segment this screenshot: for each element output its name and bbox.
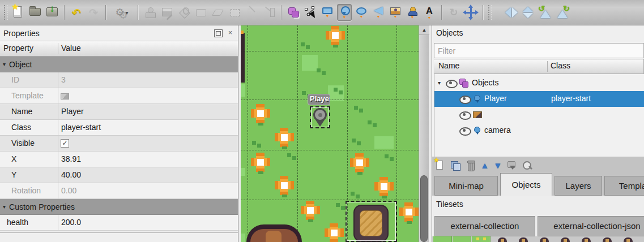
tileset-tile (453, 236, 471, 242)
tileset-tile (433, 236, 452, 242)
objects-tree-header: Name Class (434, 59, 644, 74)
tab-mini-map[interactable]: Mini-map (434, 176, 498, 196)
property-row-template[interactable]: Template (0, 88, 238, 104)
toolbar-separator (281, 5, 282, 20)
tree-row-objects-layer[interactable]: ▾ Objects (434, 75, 644, 91)
move-to-layer-button[interactable] (506, 160, 518, 171)
tab-objects[interactable]: Objects (500, 173, 552, 196)
grass-tuft-sprite (334, 88, 343, 95)
group-custom-properties[interactable]: ▾ Custom Properties (0, 199, 238, 215)
undo-button[interactable]: ↶ (69, 4, 84, 21)
column-divider[interactable] (58, 43, 58, 54)
tree-row-tile-object[interactable] (434, 107, 644, 123)
visibility-eye-icon[interactable] (459, 127, 470, 134)
rotate-right-button[interactable]: ↻ (555, 4, 570, 21)
move-tool[interactable] (463, 4, 478, 21)
property-row-health[interactable]: health 200.0 (0, 215, 238, 231)
close-panel-button[interactable]: × (226, 29, 234, 37)
visibility-eye-icon[interactable] (459, 111, 470, 118)
edit-polygons-tool[interactable] (303, 4, 318, 21)
grass-patch-sprite (374, 136, 394, 149)
float-panel-button[interactable] (214, 29, 223, 37)
map-edge-tile (241, 168, 245, 176)
property-row-rotation[interactable]: Rotation 0.00 (0, 183, 238, 199)
tree-row-camera[interactable]: camera (434, 123, 644, 139)
tileset-tiles-strip[interactable] (432, 236, 644, 242)
scroll-up-button[interactable]: ▲ (419, 25, 429, 35)
dock-tabbar: Mini-map Objects Layers Templates (432, 173, 644, 196)
commands-button[interactable]: ⚙▾ (110, 4, 133, 21)
eraser-tool[interactable] (211, 4, 225, 21)
visible-checkbox[interactable]: ✓ (61, 139, 69, 148)
visibility-eye-icon[interactable] (459, 96, 470, 102)
visibility-eye-icon[interactable] (446, 80, 456, 87)
view-object-button[interactable] (522, 160, 533, 171)
open-file-button[interactable] (28, 4, 42, 21)
magic-wand-tool[interactable] (245, 4, 259, 21)
tileset-sprite (498, 237, 507, 242)
insert-text-tool[interactable]: A▼ (422, 4, 437, 21)
insert-ellipse-tool[interactable]: ▼ (354, 4, 369, 21)
redo-button[interactable]: ↷ (86, 4, 101, 21)
tab-layers[interactable]: Layers (555, 176, 602, 196)
add-object-button[interactable]: ★ (434, 160, 446, 171)
flip-horizontal-button[interactable] (504, 4, 519, 21)
tileset-sprite (603, 237, 612, 242)
insert-template-tool[interactable]: ▼ (405, 4, 420, 21)
toolbar-grip[interactable] (4, 5, 8, 20)
property-row-name[interactable]: Name Player (0, 104, 238, 120)
rotate-left-button[interactable]: ↺ (538, 4, 553, 21)
raise-object-button[interactable]: ▲ (480, 160, 489, 171)
grass-tuft-sprite (368, 120, 377, 128)
selection-rect-tile-object (346, 201, 397, 242)
group-object-label: Object (9, 60, 32, 69)
select-same-tile-tool[interactable] (262, 4, 276, 21)
rect-select-tool[interactable] (228, 4, 242, 21)
tab-templates[interactable]: Templates (604, 176, 644, 196)
property-row-class[interactable]: Class player-start (0, 120, 238, 136)
stamp-brush-tool[interactable] (143, 4, 157, 21)
grass-tuft-sprite (287, 153, 296, 161)
toolbar-grip[interactable] (488, 5, 492, 20)
select-objects-tool[interactable] (286, 4, 301, 21)
insert-polygon-tool[interactable]: ▼ (371, 4, 386, 21)
flower-sprite (323, 222, 346, 242)
player-point-object[interactable] (313, 108, 327, 127)
duplicate-object-button[interactable] (450, 160, 461, 171)
scrollbar-thumb[interactable] (420, 175, 428, 242)
mushroom-sprite (246, 224, 302, 242)
insert-point-tool-active[interactable]: ▼ (337, 4, 352, 21)
map-vertical-scrollbar[interactable]: ▲ (419, 25, 429, 242)
new-map-button[interactable]: ★ (11, 4, 25, 21)
tileset-tab-external-collection[interactable]: external-collection (434, 216, 535, 236)
group-object[interactable]: ▾ Object (0, 57, 238, 72)
objects-toolbar: ★ ▲ ▼ (434, 159, 533, 172)
map-canvas[interactable]: Player (241, 25, 419, 242)
grid-line (241, 51, 419, 51)
property-row-visible[interactable]: Visible ✓ (0, 136, 238, 152)
toolbar-separator (105, 5, 106, 20)
insert-tile-tool[interactable]: ▼ (388, 4, 403, 21)
chevron-down-icon: ▾ (126, 10, 129, 16)
bucket-fill-tool[interactable] (177, 4, 191, 21)
tileset-tab-external-collection-json[interactable]: external-collection-json (538, 216, 644, 236)
toolbar-separator (138, 5, 138, 20)
rotate-tool[interactable]: ↻ (446, 4, 461, 21)
tree-row-player-selected[interactable]: Player player-start (434, 91, 644, 107)
property-row-y[interactable]: Y 40.00 (0, 167, 238, 183)
toolbar-separator (483, 5, 483, 20)
property-row-id[interactable]: ID 3 (0, 72, 238, 88)
insert-rectangle-tool[interactable]: ▼ (320, 4, 335, 21)
property-row-x[interactable]: X 38.91 (0, 152, 238, 167)
flip-vertical-button[interactable] (521, 4, 536, 21)
objects-filter-input[interactable] (434, 43, 644, 58)
column-divider[interactable] (547, 61, 548, 72)
save-arrow-icon: ↓ (45, 3, 59, 15)
lower-object-button[interactable]: ▼ (493, 160, 502, 171)
shape-fill-tool[interactable] (194, 4, 208, 21)
save-button[interactable]: ↓ (45, 4, 59, 21)
marquee-icon (229, 7, 241, 18)
remove-object-button[interactable] (465, 160, 476, 171)
caret-down-icon: ▾ (3, 204, 6, 210)
terrain-brush-tool[interactable] (160, 4, 174, 21)
